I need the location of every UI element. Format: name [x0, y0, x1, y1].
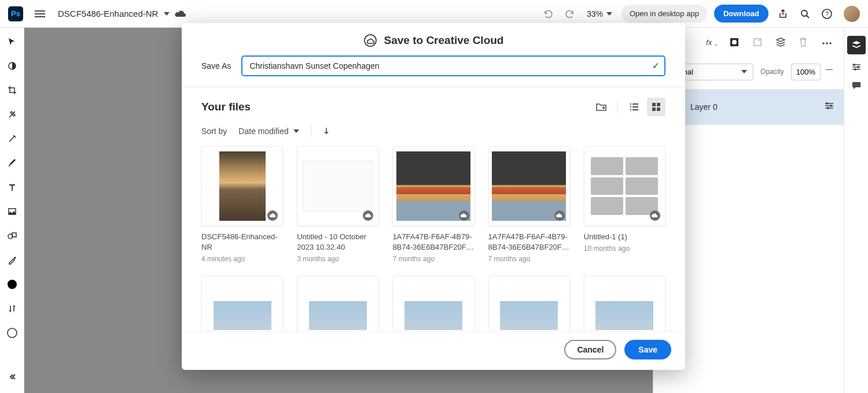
chevron-down-icon — [293, 129, 299, 133]
cloud-badge-icon — [363, 210, 373, 221]
grid-view-icon[interactable] — [647, 98, 665, 116]
sort-by-value: Date modified — [238, 127, 288, 136]
file-thumbnail — [392, 146, 474, 226]
shapes-tool-icon[interactable] — [6, 230, 18, 242]
save-button[interactable]: Save — [624, 340, 671, 359]
image-tool-icon[interactable] — [6, 206, 18, 217]
eyedropper-tool-icon[interactable] — [6, 254, 18, 266]
type-tool-icon[interactable] — [6, 181, 18, 193]
file-name: 1A7FA47B-F6AF-4B79-8B74-36E6B47BF20F… — [488, 232, 570, 253]
sort-by-select[interactable]: Date modified — [238, 127, 299, 136]
document-name: DSCF5486-Enhanced-NR — [58, 9, 158, 18]
svg-point-17 — [830, 105, 832, 107]
foreground-color-icon[interactable] — [6, 279, 18, 290]
svg-point-16 — [826, 102, 828, 105]
sort-row: Sort by Date modified — [182, 122, 685, 146]
cloud-badge-icon — [554, 210, 565, 221]
file-card[interactable]: 1A7FA47B-F6AF-4B79-8B74-36E6B47BF20F…7 m… — [392, 146, 474, 263]
redo-icon[interactable] — [564, 8, 576, 20]
cloud-status-icon[interactable] — [174, 8, 187, 20]
file-card[interactable] — [297, 276, 378, 331]
save-to-cloud-modal: Save to Creative Cloud Save As ✓ Your fi… — [182, 23, 685, 370]
download-button[interactable]: Download — [714, 5, 768, 23]
svg-text:fx: fx — [706, 38, 713, 47]
help-icon[interactable]: ? — [821, 8, 833, 20]
new-folder-icon[interactable] — [592, 98, 610, 116]
open-in-desktop-button[interactable]: Open in desktop app — [621, 5, 707, 23]
creative-cloud-icon — [363, 34, 377, 47]
opacity-value: 100% — [796, 68, 815, 76]
zoom-value: 33% — [587, 9, 603, 18]
svg-point-21 — [854, 68, 856, 71]
file-time: 3 months ago — [297, 255, 378, 263]
svg-point-0 — [801, 10, 807, 16]
quick-actions-tool-icon[interactable] — [6, 133, 18, 144]
file-card[interactable]: 1A7FA47B-F6AF-4B79-8B74-36E6B47BF20F…7 m… — [488, 146, 570, 263]
file-time: 10 months ago — [584, 244, 665, 253]
file-time: 7 months ago — [392, 255, 474, 263]
sort-direction-icon[interactable] — [323, 127, 330, 136]
svg-point-15 — [829, 42, 832, 45]
properties-tab-icon[interactable] — [851, 61, 862, 73]
chevron-down-icon — [606, 12, 612, 16]
file-card[interactable] — [584, 276, 665, 331]
files-view-tools — [592, 98, 665, 116]
file-thumbnail — [584, 146, 665, 226]
save-as-input[interactable] — [241, 55, 665, 76]
cancel-button[interactable]: Cancel — [564, 340, 616, 359]
right-toolbar — [844, 28, 868, 393]
layer-name: Layer 0 — [690, 102, 817, 112]
divider — [617, 99, 618, 114]
heal-tool-icon[interactable] — [6, 109, 18, 120]
layers-tab-icon[interactable] — [847, 36, 866, 54]
save-as-label: Save As — [201, 61, 231, 71]
svg-point-19 — [853, 64, 855, 66]
effects-icon[interactable]: fx — [706, 37, 718, 49]
undo-icon[interactable] — [542, 8, 554, 20]
file-card[interactable]: Untitled - 10 October 2023 10.32.403 mon… — [297, 146, 378, 263]
layer-options-icon[interactable] — [824, 102, 834, 112]
chevron-down-icon — [164, 12, 170, 16]
background-color-icon[interactable] — [6, 327, 18, 339]
user-avatar[interactable] — [844, 6, 860, 22]
list-view-icon[interactable] — [625, 98, 643, 116]
file-card[interactable]: DSCF5486-Enhanced-NR4 minutes ago — [201, 146, 283, 263]
hamburger-menu-icon[interactable] — [35, 9, 45, 19]
file-card[interactable] — [201, 276, 283, 331]
brush-tool-icon[interactable] — [6, 157, 18, 169]
more-icon[interactable] — [822, 37, 833, 49]
save-as-row: Save As ✓ — [182, 55, 685, 87]
collapse-toolbar-icon[interactable] — [6, 371, 18, 383]
file-name: Untitled-1 (1) — [584, 232, 665, 242]
move-tool-icon[interactable] — [6, 36, 18, 47]
layers-stack-icon[interactable] — [775, 37, 787, 49]
cloud-badge-icon — [650, 210, 660, 221]
zoom-dropdown[interactable]: 33% — [587, 9, 612, 18]
files-header-row: Your files — [182, 87, 685, 122]
swap-colors-icon[interactable] — [6, 303, 18, 314]
file-name: DSCF5486-Enhanced-NR — [201, 232, 283, 253]
svg-point-8 — [8, 328, 17, 338]
add-adjustment-icon[interactable] — [752, 37, 764, 49]
files-title: Your files — [201, 101, 251, 113]
file-card[interactable] — [392, 276, 474, 331]
svg-text:?: ? — [825, 10, 829, 17]
crop-tool-icon[interactable] — [6, 84, 18, 96]
chevron-down-icon — [741, 70, 747, 73]
adjustments-tool-icon[interactable] — [6, 60, 18, 72]
files-grid: DSCF5486-Enhanced-NR4 minutes agoUntitle… — [182, 146, 685, 331]
comments-tab-icon[interactable] — [851, 80, 862, 91]
file-card[interactable]: Untitled-1 (1)10 months ago — [584, 146, 665, 263]
document-name-dropdown[interactable]: DSCF5486-Enhanced-NR — [58, 9, 170, 18]
opacity-select[interactable]: 100% — [791, 64, 821, 80]
file-card[interactable] — [488, 276, 570, 331]
trash-icon[interactable] — [799, 37, 810, 49]
svg-point-22 — [365, 35, 376, 46]
share-icon[interactable] — [777, 8, 789, 20]
svg-point-13 — [822, 42, 825, 45]
search-icon[interactable] — [799, 8, 811, 20]
photoshop-logo-icon: Ps — [8, 6, 23, 21]
mask-icon[interactable] — [729, 37, 741, 49]
file-thumbnail — [297, 276, 378, 331]
chevron-down-icon[interactable] — [824, 69, 834, 75]
